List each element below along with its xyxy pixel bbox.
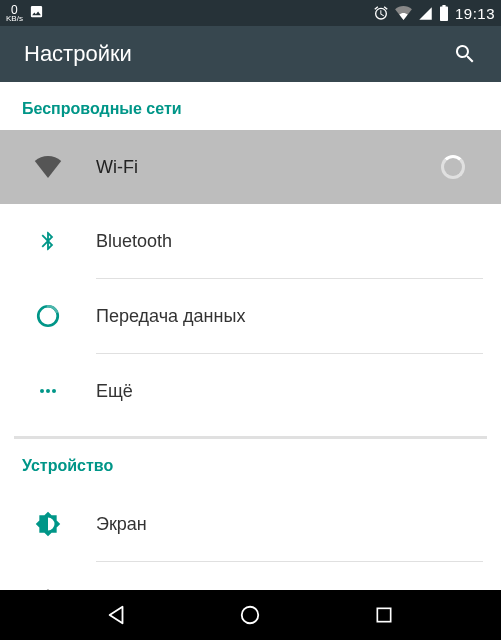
settings-item-label: Bluetooth (78, 231, 483, 252)
settings-item-wifi[interactable]: Wi-Fi (0, 130, 501, 204)
search-icon (453, 42, 477, 66)
bluetooth-icon (18, 227, 78, 255)
loading-spinner (423, 155, 483, 179)
recent-square-icon (374, 605, 394, 625)
app-bar: Настройки (0, 26, 501, 82)
navigation-bar (0, 590, 501, 640)
more-horizontal-icon (18, 379, 78, 403)
battery-icon (439, 5, 449, 21)
home-circle-icon (239, 604, 261, 626)
nav-recent-button[interactable] (354, 590, 414, 640)
status-right: 19:13 (373, 5, 495, 22)
settings-item-label: Wi-Fi (78, 157, 423, 178)
section-header-device: Устройство (0, 439, 501, 487)
data-usage-icon (18, 303, 78, 329)
settings-item-sound[interactable]: Звуки и уведомления (0, 562, 501, 590)
settings-item-display[interactable]: Экран (0, 487, 501, 561)
settings-item-data-usage[interactable]: Передача данных (0, 279, 501, 353)
network-speed-indicator: 0 KB/s (6, 4, 23, 23)
svg-point-4 (242, 607, 259, 624)
svg-point-3 (52, 389, 56, 393)
cellular-signal-icon (418, 6, 433, 21)
screen: 0 KB/s 19:13 Настройки (0, 0, 501, 640)
nav-home-button[interactable] (220, 590, 280, 640)
settings-item-more[interactable]: Ещё (0, 354, 501, 428)
back-triangle-icon (106, 604, 128, 626)
alarm-icon (373, 5, 389, 21)
status-bar: 0 KB/s 19:13 (0, 0, 501, 26)
nav-back-button[interactable] (87, 590, 147, 640)
search-button[interactable] (445, 34, 485, 74)
wifi-icon (18, 156, 78, 178)
settings-item-label: Передача данных (78, 306, 483, 327)
settings-item-label: Экран (78, 514, 483, 535)
settings-item-label: Ещё (78, 381, 483, 402)
net-speed-unit: KB/s (6, 15, 23, 23)
settings-list[interactable]: Беспроводные сети Wi-Fi Bluetooth Переда… (0, 82, 501, 590)
settings-item-bluetooth[interactable]: Bluetooth (0, 204, 501, 278)
svg-rect-5 (377, 608, 390, 621)
image-icon (29, 4, 44, 19)
svg-point-2 (46, 389, 50, 393)
section-header-wireless: Беспроводные сети (0, 82, 501, 130)
svg-point-1 (40, 389, 44, 393)
wifi-status-icon (395, 6, 412, 20)
page-title: Настройки (24, 41, 132, 67)
status-left: 0 KB/s (6, 4, 44, 23)
clock: 19:13 (455, 5, 495, 22)
display-brightness-icon (18, 511, 78, 537)
